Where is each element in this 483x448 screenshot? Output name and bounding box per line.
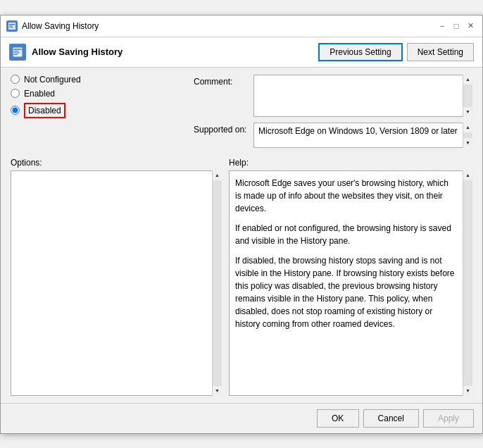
dialog-body: Not Configured Enabled Disabled Comment: — [1, 68, 482, 403]
minimize-button[interactable]: − — [436, 20, 448, 32]
help-scrollbar: ▲ ▼ — [463, 170, 472, 396]
title-controls: − □ ✕ — [436, 20, 477, 32]
comment-wrapper: ▲ ▼ — [253, 75, 472, 117]
radio-not-configured[interactable]: Not Configured — [11, 75, 102, 85]
radio-disabled-label: Disabled — [24, 103, 65, 118]
comment-scroll-track — [463, 85, 472, 107]
right-panel: Comment: ▲ ▼ Supported on: Microsof — [194, 75, 472, 154]
window-icon — [6, 20, 18, 32]
svg-rect-8 — [13, 54, 18, 54]
dialog-header: Allow Saving History Previous Setting Ne… — [1, 37, 482, 68]
supported-label: Supported on: — [194, 123, 253, 135]
help-panel: Help: Microsoft Edge saves your user's b… — [229, 158, 472, 396]
options-panel: Options: ▲ ▼ — [11, 158, 222, 396]
help-paragraph-2: If enabled or not configured, the browsi… — [235, 222, 456, 247]
options-label: Options: — [11, 158, 222, 168]
help-scroll-up[interactable]: ▲ — [463, 170, 472, 180]
top-content: Not Configured Enabled Disabled Comment: — [11, 75, 472, 154]
svg-rect-5 — [13, 49, 21, 50]
radio-not-configured-label: Not Configured — [24, 75, 81, 85]
help-paragraph-3: If disabled, the browsing history stops … — [235, 254, 456, 330]
options-content — [11, 170, 222, 396]
supported-wrapper: Microsoft Edge on Windows 10, Version 18… — [253, 123, 472, 148]
ok-button[interactable]: OK — [317, 409, 359, 428]
window-title: Allow Saving History — [22, 21, 99, 31]
radio-enabled[interactable]: Enabled — [11, 89, 102, 99]
svg-rect-2 — [9, 25, 13, 26]
radio-not-configured-input[interactable] — [11, 75, 20, 84]
main-window: Allow Saving History − □ ✕ Allow Saving … — [0, 15, 483, 434]
cancel-button[interactable]: Cancel — [363, 409, 419, 428]
supported-scroll-track — [463, 132, 472, 138]
radio-group: Not Configured Enabled Disabled — [11, 75, 102, 147]
comment-input[interactable] — [253, 75, 472, 117]
help-scroll-down[interactable]: ▼ — [463, 386, 472, 396]
title-bar-left: Allow Saving History — [6, 20, 99, 32]
radio-enabled-input[interactable] — [11, 89, 20, 98]
dialog-header-buttons: Previous Setting Next Setting — [318, 43, 474, 61]
svg-rect-1 — [9, 24, 15, 25]
dialog-title: Allow Saving History — [32, 46, 123, 57]
dialog-header-left: Allow Saving History — [9, 44, 123, 61]
radio-disabled[interactable]: Disabled — [11, 103, 102, 118]
help-label: Help: — [229, 158, 472, 168]
supported-scrollbar: ▲ ▼ — [463, 123, 472, 148]
supported-value: Microsoft Edge on Windows 10, Version 18… — [253, 123, 472, 148]
help-content: Microsoft Edge saves your user's browsin… — [229, 170, 472, 396]
radio-enabled-label: Enabled — [24, 89, 55, 99]
comment-scrollbar: ▲ ▼ — [463, 75, 472, 117]
radio-disabled-input[interactable] — [11, 106, 20, 115]
dialog-icon — [9, 44, 26, 61]
title-bar: Allow Saving History − □ ✕ — [1, 15, 482, 37]
svg-rect-6 — [13, 51, 18, 51]
comment-scroll-down[interactable]: ▼ — [463, 107, 472, 117]
svg-rect-7 — [13, 52, 20, 53]
options-scroll-track — [213, 180, 222, 386]
help-paragraph-1: Microsoft Edge saves your user's browsin… — [235, 177, 456, 215]
apply-button[interactable]: Apply — [423, 409, 474, 428]
comment-scroll-up[interactable]: ▲ — [463, 75, 472, 85]
svg-rect-3 — [9, 27, 13, 27]
supported-scroll-down[interactable]: ▼ — [463, 138, 472, 148]
help-wrapper: Microsoft Edge saves your user's browsin… — [229, 170, 472, 396]
dialog-footer: OK Cancel Apply — [1, 403, 482, 433]
next-setting-button[interactable]: Next Setting — [407, 43, 474, 61]
options-scroll-wrapper: ▲ ▼ — [11, 170, 222, 396]
help-scroll-track — [463, 180, 472, 386]
supported-scroll-up[interactable]: ▲ — [463, 123, 472, 132]
maximize-button[interactable]: □ — [450, 20, 463, 32]
options-scrollbar: ▲ ▼ — [212, 170, 222, 396]
supported-row: Supported on: Microsoft Edge on Windows … — [194, 123, 472, 148]
close-button[interactable]: ✕ — [464, 20, 477, 32]
previous-setting-button[interactable]: Previous Setting — [318, 43, 402, 61]
comment-row: Comment: ▲ ▼ — [194, 75, 472, 117]
options-scroll-down[interactable]: ▼ — [213, 386, 222, 396]
lower-section: Options: ▲ ▼ Help: Microsoft Edge saves … — [11, 158, 472, 396]
options-scroll-up[interactable]: ▲ — [213, 170, 222, 180]
comment-label: Comment: — [194, 75, 253, 87]
